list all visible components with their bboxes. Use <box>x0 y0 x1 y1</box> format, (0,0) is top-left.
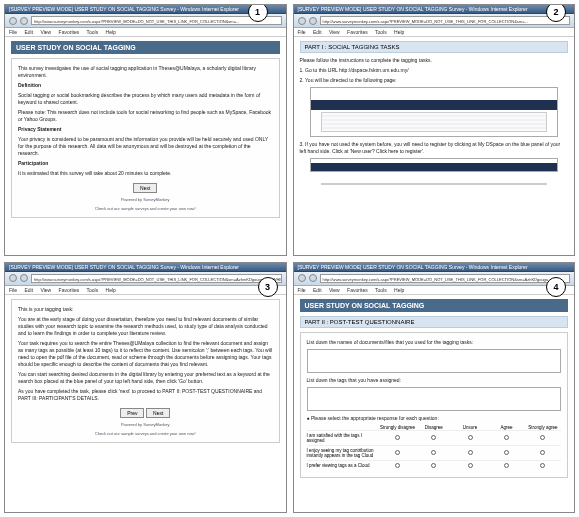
scale-4: Agree <box>488 425 524 430</box>
tags-textarea[interactable] <box>307 387 562 411</box>
menu-favorites[interactable]: Favorites <box>347 287 368 293</box>
window-title: [SURVEY PREVIEW MODE] USER STUDY ON SOCI… <box>294 5 575 14</box>
menu-edit[interactable]: Edit <box>313 29 322 35</box>
radio[interactable] <box>468 463 473 468</box>
browser-toolbar: http://www.surveymonkey.com/s.aspx?PREVI… <box>5 14 286 28</box>
scale-1: Strongly disagree <box>379 425 415 430</box>
menu-tools[interactable]: Tools <box>86 29 98 35</box>
menu-favorites[interactable]: Favorites <box>59 287 80 293</box>
radio[interactable] <box>540 435 545 440</box>
browser-toolbar: http://www.surveymonkey.com/s.aspx?PREVI… <box>294 14 575 28</box>
documents-textarea[interactable] <box>307 349 562 373</box>
radio[interactable] <box>395 463 400 468</box>
powered-by[interactable]: Powered by SurveyMonkey <box>18 422 273 427</box>
radio[interactable] <box>540 463 545 468</box>
browser-toolbar: http://www.surveymonkey.com/s.aspx?PREVI… <box>294 272 575 286</box>
definition-text: Social tagging or social bookmarking des… <box>18 92 273 106</box>
radio[interactable] <box>540 450 545 455</box>
menu-favorites[interactable]: Favorites <box>59 29 80 35</box>
menu-tools[interactable]: Tools <box>86 287 98 293</box>
url-input[interactable]: http://www.surveymonkey.com/s.aspx?PREVI… <box>320 16 571 25</box>
step-1: 1. Go to this URL http://dspace.fsktm.um… <box>300 67 569 74</box>
scale-5: Strongly agree <box>525 425 561 430</box>
menu-bar: File Edit View Favorites Tools Help <box>294 286 575 295</box>
menu-file[interactable]: File <box>298 287 306 293</box>
forward-button[interactable] <box>309 17 317 25</box>
page-content: PART I : SOCIAL TAGGING TASKS Please fol… <box>294 37 575 255</box>
back-button[interactable] <box>298 17 306 25</box>
menu-favorites[interactable]: Favorites <box>347 29 368 35</box>
menu-help[interactable]: Help <box>394 287 404 293</box>
page-content: This is your tagging task: You are at th… <box>5 295 286 513</box>
radio[interactable] <box>504 463 509 468</box>
back-button[interactable] <box>9 274 17 282</box>
participation-text: It is estimated that this survey will ta… <box>18 170 273 177</box>
scale-3: Unsure <box>452 425 488 430</box>
screenshot-thumbnail-1 <box>310 87 559 137</box>
likert-row: I prefer viewing tags as a Cloud <box>307 460 562 471</box>
intro-text: This survey investigates the use of soci… <box>18 65 273 79</box>
menu-file[interactable]: File <box>298 29 306 35</box>
powered-sub: Check out our sample surveys and create … <box>18 206 273 211</box>
radio[interactable] <box>504 435 509 440</box>
bubble-4: 4 <box>546 277 566 297</box>
powered-by[interactable]: Powered by SurveyMonkey <box>18 197 273 202</box>
next-button[interactable]: Next <box>146 408 170 418</box>
menu-help[interactable]: Help <box>106 287 116 293</box>
q2-label: List down the tags that you have assigne… <box>307 377 562 384</box>
step-2: 2. You will be directed to the following… <box>300 77 569 84</box>
panel-2: 2 [SURVEY PREVIEW MODE] USER STUDY ON SO… <box>293 4 576 256</box>
menu-help[interactable]: Help <box>394 29 404 35</box>
task-p4: You can start searching desired document… <box>18 371 273 385</box>
task-intro: This is your tagging task: <box>18 306 273 313</box>
row-label: I enjoy seeing my tag contribution insta… <box>307 448 380 458</box>
menu-view[interactable]: View <box>329 29 340 35</box>
browser-toolbar: http://www.surveymonkey.com/s.aspx?PREVI… <box>5 272 286 286</box>
window-title: [SURVEY PREVIEW MODE] USER STUDY ON SOCI… <box>5 5 286 14</box>
radio[interactable] <box>431 450 436 455</box>
back-button[interactable] <box>9 17 17 25</box>
step-3: 3. If you have not used the system befor… <box>300 141 569 155</box>
radio[interactable] <box>431 435 436 440</box>
radio[interactable] <box>468 450 473 455</box>
menu-view[interactable]: View <box>329 287 340 293</box>
menu-tools[interactable]: Tools <box>375 287 387 293</box>
menu-help[interactable]: Help <box>106 29 116 35</box>
radio[interactable] <box>395 435 400 440</box>
section-heading: PART I : SOCIAL TAGGING TASKS <box>300 41 569 53</box>
row-label: I am satisfied with the tags I assigned <box>307 433 380 443</box>
task-p3: Your task requires you to search the ent… <box>18 340 273 368</box>
forward-button[interactable] <box>309 274 317 282</box>
instructions: Please follow the instructions to comple… <box>300 57 569 64</box>
page-content: USER STUDY ON SOCIAL TAGGING PART II : P… <box>294 295 575 513</box>
forward-button[interactable] <box>20 17 28 25</box>
prev-button[interactable]: Prev <box>120 408 144 418</box>
menu-edit[interactable]: Edit <box>313 287 322 293</box>
menu-view[interactable]: View <box>40 29 51 35</box>
privacy-text: Your privacy is considered to be paramou… <box>18 136 273 157</box>
url-input[interactable]: http://www.surveymonkey.com/s.aspx?PREVI… <box>31 274 282 283</box>
radio[interactable] <box>431 463 436 468</box>
menu-bar: File Edit View Favorites Tools Help <box>5 286 286 295</box>
radio[interactable] <box>468 435 473 440</box>
menu-edit[interactable]: Edit <box>24 287 33 293</box>
menu-file[interactable]: File <box>9 287 17 293</box>
url-input[interactable]: http://www.surveymonkey.com/s.aspx?PREVI… <box>320 274 571 283</box>
radio[interactable] <box>395 450 400 455</box>
menu-bar: File Edit View Favorites Tools Help <box>5 28 286 37</box>
back-button[interactable] <box>298 274 306 282</box>
note-text: Please note: This research does not incl… <box>18 109 273 123</box>
participation-heading: Participation <box>18 160 273 167</box>
page-title: USER STUDY ON SOCIAL TAGGING <box>11 41 280 54</box>
next-button[interactable]: Next <box>133 183 157 193</box>
forward-button[interactable] <box>20 274 28 282</box>
panel-4: 4 [SURVEY PREVIEW MODE] USER STUDY ON SO… <box>293 262 576 514</box>
url-input[interactable]: http://www.surveymonkey.com/s.aspx?PREVI… <box>31 16 282 25</box>
menu-view[interactable]: View <box>40 287 51 293</box>
section-heading: PART II : POST-TEST QUESTIONNAIRE <box>300 316 569 328</box>
menu-file[interactable]: File <box>9 29 17 35</box>
radio[interactable] <box>504 450 509 455</box>
task-p5: As you have completed the task, please c… <box>18 388 273 402</box>
menu-edit[interactable]: Edit <box>24 29 33 35</box>
menu-tools[interactable]: Tools <box>375 29 387 35</box>
